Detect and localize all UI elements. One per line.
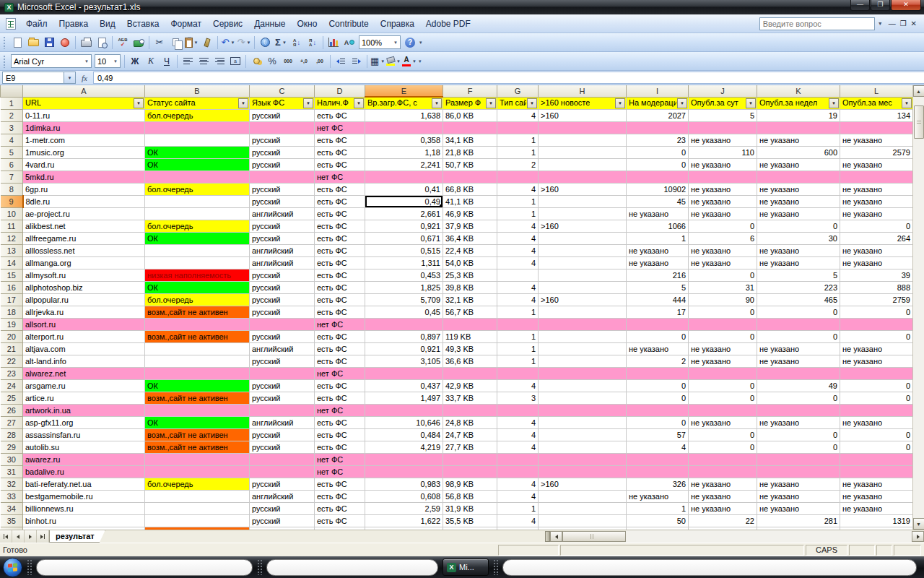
cell-D3[interactable]: нет ФС (315, 121, 365, 134)
cell-B6[interactable]: ОК (145, 158, 250, 171)
toolbar-options-icon[interactable]: ▾ (419, 60, 422, 63)
cell-A2[interactable]: 0-11.ru (23, 109, 145, 121)
header-cell-I1[interactable]: На модераци▼ (627, 97, 689, 109)
cell-J10[interactable]: не указано (689, 207, 757, 220)
redo-button[interactable]: ↷▼ (236, 35, 252, 51)
borders-button[interactable]: ▦▼ (370, 53, 385, 69)
cell-A14[interactable]: allmanga.org (23, 256, 145, 269)
cell-C22[interactable]: русский (250, 355, 315, 367)
cell-D14[interactable]: есть ФС (315, 256, 365, 269)
cell-A24[interactable]: arsgame.ru (23, 379, 145, 392)
row-header-35[interactable]: 35 (1, 514, 23, 527)
row-header-30[interactable]: 30 (1, 453, 23, 465)
cell-G17[interactable]: 4 (497, 293, 539, 306)
cell-D16[interactable]: есть ФС (315, 281, 365, 293)
cell-F25[interactable]: 33,7 KB (443, 392, 497, 404)
cell-I7[interactable] (627, 171, 689, 183)
cell-D17[interactable]: есть ФС (315, 293, 365, 306)
cell-A27[interactable]: asp-gfx11.org (23, 416, 145, 428)
cell-K34[interactable]: не указано (757, 502, 840, 514)
header-cell-L1[interactable]: Опубл.за мес▼ (840, 97, 913, 109)
taskbar-item[interactable] (266, 559, 438, 576)
cell-H16[interactable] (539, 281, 627, 293)
open-button[interactable] (25, 35, 41, 51)
cell-D31[interactable]: нет ФС (315, 465, 365, 478)
horizontal-scroll-track[interactable] (626, 530, 912, 543)
cell-H8[interactable]: >160 (539, 183, 627, 195)
row-header-25[interactable]: 25 (1, 392, 23, 404)
align-right-button[interactable] (212, 53, 227, 69)
cell-C9[interactable]: русский (250, 195, 315, 207)
sheet-tab-active[interactable]: результат (49, 530, 105, 543)
filter-dropdown-icon[interactable]: ▼ (432, 98, 442, 108)
cell-I12[interactable]: 1 (627, 232, 689, 244)
cell-E13[interactable]: 0,515 (365, 244, 443, 256)
cell-E10[interactable]: 2,661 (365, 207, 443, 220)
cell-I11[interactable]: 1066 (627, 220, 689, 232)
header-cell-H1[interactable]: >160 новосте▼ (539, 97, 627, 109)
cell-L6[interactable]: не указано (840, 158, 913, 171)
cell-K33[interactable]: не указано (757, 490, 840, 502)
cell-E9[interactable]: 0,49 (365, 195, 443, 207)
header-cell-K1[interactable]: Опубл.за недел▼ (757, 97, 840, 109)
cell-G30[interactable] (497, 453, 539, 465)
row-header-31[interactable]: 31 (1, 465, 23, 478)
row-header-5[interactable]: 5 (1, 146, 23, 158)
cell-H20[interactable] (539, 330, 627, 342)
cell-L36[interactable] (840, 527, 913, 530)
menu-item-7[interactable]: Данные (248, 16, 291, 32)
new-button[interactable] (9, 35, 25, 51)
cell-L9[interactable]: не указано (840, 195, 913, 207)
cell-H22[interactable] (539, 355, 627, 367)
cell-I31[interactable] (627, 465, 689, 478)
cell-I23[interactable] (627, 367, 689, 379)
cell-B11[interactable]: бол.очередь (145, 220, 250, 232)
cell-C4[interactable]: русский (250, 134, 315, 146)
cell-E28[interactable]: 0,484 (365, 428, 443, 441)
row-header-3[interactable]: 3 (1, 121, 23, 134)
row-header-33[interactable]: 33 (1, 490, 23, 502)
cell-I26[interactable] (627, 404, 689, 416)
cell-K2[interactable]: 19 (757, 109, 840, 121)
cell-D36[interactable] (315, 527, 365, 530)
cell-H27[interactable] (539, 416, 627, 428)
cell-C33[interactable]: английский (250, 490, 315, 502)
cell-G34[interactable]: 1 (497, 502, 539, 514)
print-preview-button[interactable] (94, 35, 110, 51)
filter-dropdown-icon[interactable]: ▼ (486, 98, 496, 108)
cell-G18[interactable]: 1 (497, 306, 539, 318)
cell-D33[interactable]: есть ФС (315, 490, 365, 502)
cell-C23[interactable] (250, 367, 315, 379)
cell-H25[interactable] (539, 392, 627, 404)
cell-B23[interactable] (145, 367, 250, 379)
cell-L16[interactable]: 888 (840, 281, 913, 293)
toolbar-grip[interactable] (3, 55, 6, 68)
cell-A15[interactable]: allmysoft.ru (23, 269, 145, 281)
cell-A32[interactable]: bati-referaty.net.ua (23, 478, 145, 490)
cell-H11[interactable]: >160 (539, 220, 627, 232)
cell-D29[interactable]: есть ФС (315, 441, 365, 453)
cell-B28[interactable]: возм.,сайт не активен (145, 428, 250, 441)
cell-J9[interactable]: не указано (689, 195, 757, 207)
horizontal-scroll-thumb[interactable] (562, 531, 626, 542)
cell-K31[interactable] (757, 465, 840, 478)
cell-A9[interactable]: 8dle.ru (23, 195, 145, 207)
cell-B12[interactable]: ОК (145, 232, 250, 244)
cell-H13[interactable] (539, 244, 627, 256)
font-color-button[interactable]: А ▼ (401, 53, 417, 69)
cell-F10[interactable]: 46,9 KB (443, 207, 497, 220)
row-header-11[interactable]: 11 (1, 220, 23, 232)
cell-C7[interactable] (250, 171, 315, 183)
cell-K24[interactable]: 49 (757, 379, 840, 392)
cell-H34[interactable] (539, 502, 627, 514)
insert-function-icon[interactable]: fx (76, 71, 93, 85)
cell-A4[interactable]: 1-metr.com (23, 134, 145, 146)
row-header-6[interactable]: 6 (1, 158, 23, 171)
cell-D23[interactable]: нет ФС (315, 367, 365, 379)
cell-B32[interactable]: бол.очередь (145, 478, 250, 490)
align-center-button[interactable] (196, 53, 212, 69)
cell-G15[interactable] (497, 269, 539, 281)
cell-B35[interactable] (145, 514, 250, 527)
autosum-button[interactable]: Σ▼ (273, 35, 289, 51)
filter-dropdown-icon[interactable]: ▼ (746, 98, 756, 108)
